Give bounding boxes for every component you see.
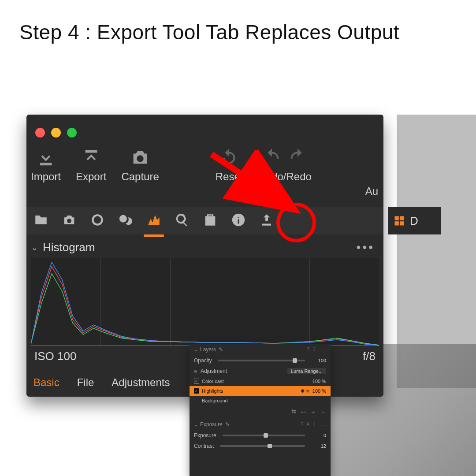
magnifier-icon [175,212,190,227]
histogram-icon [146,212,161,227]
tool-tab-strip [26,207,383,234]
layer-name: Highlights [202,388,223,394]
layers-title: Layers [200,346,216,353]
opacity-slider[interactable] [218,360,305,361]
adjustment-label: Adjustment [201,368,227,374]
chevron-down-icon[interactable]: ⌄ [31,242,38,253]
library-tab[interactable] [33,212,48,229]
layer-colorcast[interactable]: ✓ Color cast 100 % [190,376,331,386]
color-icon [118,212,133,227]
undo-icon [262,148,282,168]
lens-tab[interactable] [90,212,105,229]
circle-icon [90,212,105,227]
brush-icon[interactable]: ✎ [219,346,223,353]
exposure-slider[interactable] [223,435,305,436]
opacity-label: Opacity [194,357,212,364]
iso-value: ISO 100 [34,350,76,363]
main-toolbar: Import Export Capture Reset Undo/Redo [31,148,312,183]
reset-label: Reset [216,171,243,183]
sun-icon: ✺ ≋ [301,388,310,394]
grid-icon[interactable] [393,215,405,227]
opacity-row: Opacity 100 [190,355,331,366]
undoredo-label: Undo/Redo [258,171,311,183]
exposure-menu[interactable]: ? A ⠇ … [301,421,326,428]
opacity-value: 100 [311,358,326,363]
brush-icon[interactable]: ✎ [225,421,230,428]
checkbox-icon[interactable]: ✓ [194,388,199,394]
export-tool-tab[interactable] [259,212,274,229]
metadata-tab[interactable] [231,212,246,229]
add-layer-button[interactable]: ＋ [310,408,316,416]
exposure-panel-header[interactable]: ⌄ Exposure ✎ ? A ⠇ … [190,419,331,430]
chevron-down-icon: ⌄ [194,422,197,427]
meta-adjustments[interactable]: Adjustments [112,376,170,389]
window-controls [35,128,77,138]
import-button[interactable]: Import [31,148,61,183]
layer-name: Background [202,398,228,403]
viewer-mode-strip: D [388,207,441,234]
page-title: Step 4 : Export Tool Tab Replaces Output [19,19,399,46]
import-label: Import [31,171,61,183]
contrast-label: Contrast [194,443,214,449]
contrast-value: 12 [311,443,326,449]
layers-menu[interactable]: ? ⠇ … [307,346,326,353]
layer-name: Color cast [202,379,224,384]
layer-highlights[interactable]: ✓ Highlights ✺ ≋ 100 % [190,386,331,396]
exposure-value: 0 [311,433,326,438]
aperture-value: f/8 [363,350,376,363]
capture-tab[interactable] [62,212,77,229]
sliders-icon: ≡ [194,368,197,374]
exposure-row: Exposure 0 [190,430,331,441]
copy-icon[interactable]: ▭ [301,408,306,416]
undo-redo-group[interactable]: Undo/Redo [258,148,311,183]
details-tab[interactable] [175,212,190,229]
camera-icon [62,212,77,227]
capture-button[interactable]: Capture [121,148,159,183]
layer-value: 100 % [312,388,326,394]
exposure-label: Exposure [194,432,216,439]
histogram-chart [31,258,379,346]
layer-background[interactable]: Background [190,396,331,405]
chevron-down-icon: ⌄ [194,347,197,352]
mask-icon[interactable]: ⇆ [291,408,296,416]
download-icon [36,148,56,168]
adjustments-panel: ⌄ Layers ✎ ? ⠇ … Opacity 100 ≡ Adjustmen… [190,344,331,476]
export-button[interactable]: Export [76,148,106,183]
reset-button[interactable]: Reset [216,148,243,183]
minimize-window[interactable] [51,128,61,138]
export-label: Export [76,171,106,183]
close-window[interactable] [35,128,45,138]
capture-label: Capture [121,171,159,183]
exposure-tab[interactable] [146,212,161,229]
remove-layer-button[interactable]: － [320,408,326,416]
upload-icon [81,148,101,168]
panel-menu-button[interactable]: ••• [357,240,379,254]
layer-value: 100 % [312,379,326,384]
camera-icon [130,148,150,168]
panel-title: Histogram [43,241,95,254]
contrast-slider[interactable] [220,445,305,447]
reset-icon [219,148,239,168]
clipboard-icon [203,212,218,227]
checkbox-icon[interactable]: ✓ [194,379,199,384]
contrast-row: Contrast 12 [190,441,331,451]
info-icon [231,212,246,227]
luma-range-button[interactable]: Luma Range... [287,368,326,374]
meta-tabs: Basic File Adjustments [33,376,170,389]
exposure-title: Exposure [200,421,223,428]
folder-icon [33,212,48,227]
auto-label-partial: Au [365,185,378,197]
meta-basic[interactable]: Basic [33,376,60,389]
meta-file[interactable]: File [77,376,94,389]
layers-panel-header[interactable]: ⌄ Layers ✎ ? ⠇ … [190,344,331,355]
layers-footer: ⇆ ▭ ＋ － [190,405,331,419]
redo-icon [287,148,308,168]
zoom-window[interactable] [67,128,77,138]
viewer-label-partial: D [410,214,418,228]
adjustment-row: ≡ Adjustment Luma Range... [190,366,331,376]
export-icon [259,212,274,227]
adjustments-tab[interactable] [203,212,218,229]
color-tab[interactable] [118,212,133,229]
